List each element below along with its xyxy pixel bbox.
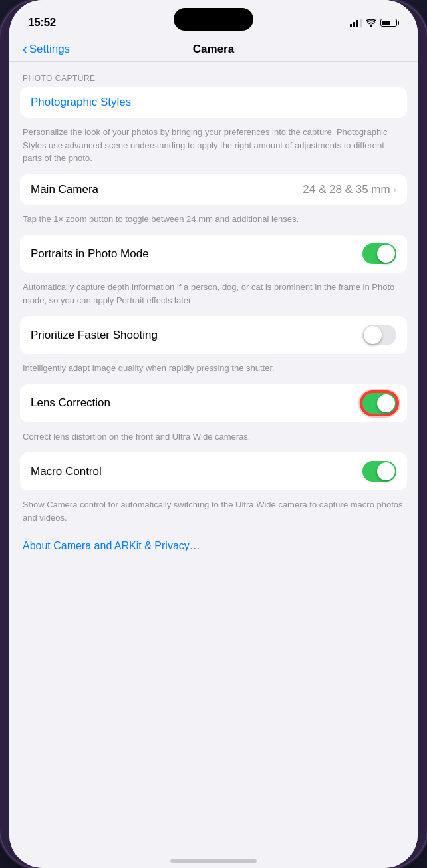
status-icons (350, 19, 399, 27)
lens-correction-toggle-thumb (377, 394, 395, 412)
prioritize-toggle[interactable] (362, 325, 396, 345)
prioritize-label: Prioritize Faster Shooting (31, 329, 158, 342)
main-camera-label: Main Camera (31, 183, 98, 196)
portraits-card: Portraits in Photo Mode (20, 235, 407, 273)
lens-correction-description: Correct lens distortion on the front and… (9, 426, 418, 453)
main-camera-row[interactable]: Main Camera 24 & 28 & 35 mm › (20, 174, 407, 205)
status-time: 15:52 (28, 16, 56, 29)
lens-correction-row: Lens Correction (20, 384, 407, 422)
macro-control-row: Macro Control (20, 452, 407, 490)
photographic-styles-row[interactable]: Photographic Styles (20, 87, 407, 118)
prioritize-description: Intelligently adapt image quality when r… (9, 358, 418, 384)
macro-control-card: Macro Control (20, 452, 407, 490)
svg-rect-2 (356, 20, 358, 27)
phone-screen: 15:52 (9, 0, 418, 868)
back-button[interactable]: ‹ Settings (23, 42, 70, 57)
macro-control-toggle-thumb (377, 462, 395, 480)
macro-control-description: Show Camera control for automatically sw… (9, 494, 418, 533)
photographic-styles-label: Photographic Styles (31, 96, 131, 109)
main-camera-value: 24 & 28 & 35 mm (303, 183, 390, 196)
photographic-styles-description: Personalize the look of your photos by b… (9, 122, 418, 174)
portraits-row: Portraits in Photo Mode (20, 235, 407, 273)
main-camera-value-group: 24 & 28 & 35 mm › (303, 183, 396, 196)
portraits-toggle-thumb (377, 245, 395, 263)
nav-title: Camera (193, 43, 234, 56)
svg-rect-1 (353, 22, 355, 27)
portraits-label: Portraits in Photo Mode (31, 247, 149, 261)
phone-frame: 15:52 (0, 0, 427, 868)
prioritize-card: Prioritize Faster Shooting (20, 316, 407, 354)
back-chevron-icon: ‹ (23, 41, 27, 57)
photographic-styles-card: Photographic Styles (20, 87, 407, 118)
macro-control-label: Macro Control (31, 465, 102, 478)
home-indicator (170, 859, 257, 863)
main-camera-description: Tap the 1× zoom button to toggle between… (9, 209, 418, 235)
dynamic-island (174, 8, 253, 31)
wifi-icon (366, 19, 376, 27)
lens-correction-label: Lens Correction (31, 396, 110, 410)
svg-rect-3 (360, 19, 362, 27)
nav-bar: ‹ Settings Camera (9, 36, 418, 62)
macro-control-toggle[interactable] (362, 461, 396, 482)
portraits-description: Automatically capture depth information … (9, 277, 418, 316)
about-link[interactable]: About Camera and ARKit & Privacy… (23, 540, 200, 551)
main-camera-card: Main Camera 24 & 28 & 35 mm › (20, 174, 407, 205)
prioritize-toggle-thumb (364, 326, 382, 344)
prioritize-row: Prioritize Faster Shooting (20, 316, 407, 354)
lens-correction-toggle[interactable] (362, 393, 396, 414)
section-label-photo-capture: PHOTO CAPTURE (9, 62, 418, 87)
main-camera-chevron-icon: › (393, 184, 396, 196)
battery-icon (380, 19, 399, 27)
back-label: Settings (29, 43, 70, 56)
portraits-toggle[interactable] (362, 243, 396, 264)
signal-icon (350, 19, 362, 27)
content-area: PHOTO CAPTURE Photographic Styles Person… (9, 62, 418, 857)
lens-correction-card: Lens Correction (20, 384, 407, 422)
svg-rect-0 (350, 24, 352, 27)
